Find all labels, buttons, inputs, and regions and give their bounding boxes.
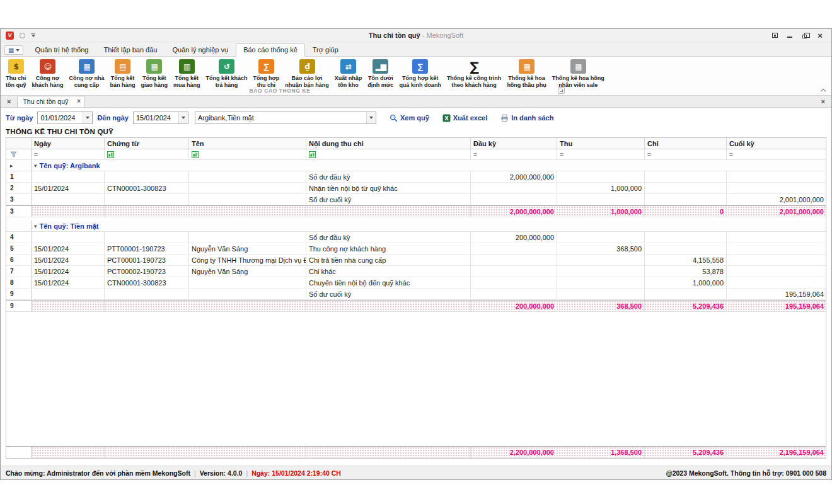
cell[interactable]: 195,159,064 (727, 289, 826, 299)
cell[interactable] (471, 289, 557, 299)
cell[interactable]: 1,000,000 (557, 183, 645, 193)
cell[interactable] (105, 232, 189, 243)
cell[interactable] (557, 266, 645, 277)
document-tab[interactable]: Thu chi tồn quỹ × (17, 96, 85, 107)
table-row[interactable]: 715/01/2024PCT00002-190723Nguyễn Văn Sán… (6, 266, 826, 277)
cell[interactable]: PCT00002-190723 (105, 266, 189, 277)
cell[interactable]: Chi trả tiền nhà cung cấp (306, 255, 471, 265)
app-logo-icon[interactable]: V (6, 32, 14, 40)
cell[interactable]: 1,000,000 (645, 277, 727, 288)
cell[interactable] (471, 194, 557, 205)
ribbon-button-1[interactable]: ☺Công nợkhách hàng (30, 59, 66, 89)
close-document-icon[interactable]: × (820, 98, 826, 107)
ribbon-button-6[interactable]: ↺Tổng kết kháchtrả hàng (203, 59, 250, 89)
ribbon-button-4[interactable]: ▦Tổng kếtgiao hàng (138, 59, 170, 89)
group-header[interactable]: ▾Tên quỹ: Tiền mặt (32, 220, 826, 231)
cell[interactable] (32, 232, 105, 243)
table-row[interactable]: 1Số dư đầu kỳ2,000,000,000 (6, 171, 826, 183)
cell[interactable]: Nhận tiền nội bộ từ quỹ khác (306, 183, 471, 193)
from-date-input[interactable]: 01/01/2024 (37, 112, 93, 124)
cell[interactable] (471, 277, 557, 288)
cell[interactable]: CTN00001-300823 (105, 277, 189, 288)
cell[interactable] (189, 194, 306, 205)
cell[interactable] (557, 194, 645, 205)
cell[interactable] (727, 266, 826, 277)
group-dialog-launcher-icon[interactable] (558, 87, 565, 94)
ribbon-tab-0[interactable]: Quản trị hệ thống (27, 43, 96, 57)
ribbon-tab-4[interactable]: Trợ giúp (305, 43, 346, 57)
quick-access-circle-icon[interactable] (20, 33, 25, 38)
column-header-6[interactable]: Chi (645, 138, 727, 149)
cell[interactable] (189, 232, 306, 243)
cell[interactable]: Công ty TNHH Thương mại Dịch vụ Điện n..… (189, 255, 306, 265)
close-icon[interactable]: × (812, 30, 828, 41)
close-all-tabs-icon[interactable]: × (6, 98, 12, 107)
cell[interactable] (189, 171, 306, 182)
column-header-2[interactable]: Tên (189, 138, 306, 149)
cell[interactable] (645, 243, 727, 254)
group-expand-icon[interactable]: ▾ (34, 163, 37, 169)
ribbon-button-9[interactable]: ⇄Xuất nhậptồn kho (332, 59, 365, 89)
cell[interactable] (557, 171, 645, 182)
group-row-1[interactable]: ▾Tên quỹ: Tiền mặt (6, 220, 826, 232)
table-row[interactable]: 3Số dư cuối kỳ2,001,000,000 (6, 194, 826, 205)
cell[interactable]: Số dư cuối kỳ (306, 289, 471, 299)
cell[interactable] (557, 277, 645, 288)
cell[interactable] (189, 277, 306, 288)
cell[interactable] (727, 255, 826, 265)
minimize-icon[interactable] (782, 30, 797, 41)
print-list-button[interactable]: In danh sách (500, 114, 553, 122)
cell[interactable]: 15/01/2024 (32, 255, 105, 265)
filter-cell-0[interactable]: = (32, 149, 105, 159)
export-excel-button[interactable]: X Xuất excel (442, 114, 487, 122)
cell[interactable]: PCT00001-190723 (105, 255, 189, 265)
ribbon-tab-1[interactable]: Thiết lập ban đầu (96, 43, 165, 57)
cell[interactable]: 2,000,000,000 (471, 171, 557, 182)
cell[interactable] (557, 232, 645, 243)
cell[interactable] (105, 289, 189, 299)
cell[interactable]: Thu công nợ khách hàng (306, 243, 471, 254)
tab-close-icon[interactable]: × (77, 98, 81, 105)
group-header[interactable]: ▾Tên quỹ: Argibank (32, 160, 826, 171)
cell[interactable]: Nguyễn Văn Sáng (189, 243, 306, 254)
ribbon-button-2[interactable]: ▦Công nợ nhàcung cấp (67, 59, 107, 89)
cell[interactable]: 200,000,000 (471, 232, 557, 243)
cell[interactable] (471, 183, 557, 193)
filter-cell-5[interactable]: = (557, 149, 645, 159)
ribbon-button-0[interactable]: $Thu chitồn quỹ (3, 59, 29, 89)
fullscreen-icon[interactable] (767, 30, 782, 41)
table-row[interactable]: 815/01/2024CTN00001-300823Chuyển tiền nộ… (6, 277, 826, 289)
filter-cell-1[interactable] (105, 149, 189, 159)
restore-icon[interactable] (797, 30, 812, 41)
cell[interactable] (32, 171, 105, 182)
table-row[interactable]: 515/01/2024PTT00001-190723Nguyễn Văn Sán… (6, 243, 826, 255)
cell[interactable]: Số dư đầu kỳ (306, 232, 471, 243)
cell[interactable] (471, 266, 557, 277)
cell[interactable] (727, 171, 826, 182)
cell[interactable] (645, 183, 727, 193)
ribbon-button-7[interactable]: ∑Tổng hợpthu chi (250, 59, 282, 89)
group-expand-icon[interactable]: ▾ (34, 223, 37, 229)
cell[interactable]: 15/01/2024 (32, 277, 105, 288)
filter-cell-4[interactable]: = (471, 149, 557, 159)
cell[interactable] (557, 289, 645, 299)
calendar-dropdown-icon[interactable] (178, 112, 188, 123)
filter-cell-3[interactable] (306, 149, 471, 159)
cell[interactable] (727, 277, 826, 288)
cell[interactable]: Số dư đầu kỳ (306, 171, 471, 182)
cell[interactable] (32, 289, 105, 299)
calendar-dropdown-icon[interactable] (83, 112, 92, 123)
app-menu-button[interactable]: ▦ (4, 45, 23, 55)
ribbon-button-14[interactable]: ▩Thống kê hoa hồngnhân viên sale (550, 59, 607, 89)
cell[interactable]: Số dư cuối kỳ (306, 194, 471, 205)
quick-access-dropdown-icon[interactable] (31, 33, 35, 38)
cell[interactable] (645, 171, 727, 182)
column-header-3[interactable]: Nội dung thu chi (306, 138, 471, 149)
column-header-7[interactable]: Cuối kỳ (727, 138, 826, 149)
cell[interactable]: 15/01/2024 (32, 243, 105, 254)
table-row[interactable]: 9Số dư cuối kỳ195,159,064 (6, 289, 826, 300)
cell[interactable]: PTT00001-190723 (105, 243, 189, 254)
cell[interactable] (727, 183, 826, 193)
fund-select[interactable]: Argibank,Tiền mặt (195, 112, 376, 124)
ribbon-button-8[interactable]: ₫Báo cáo lợinhuận bán hàng (282, 59, 332, 89)
